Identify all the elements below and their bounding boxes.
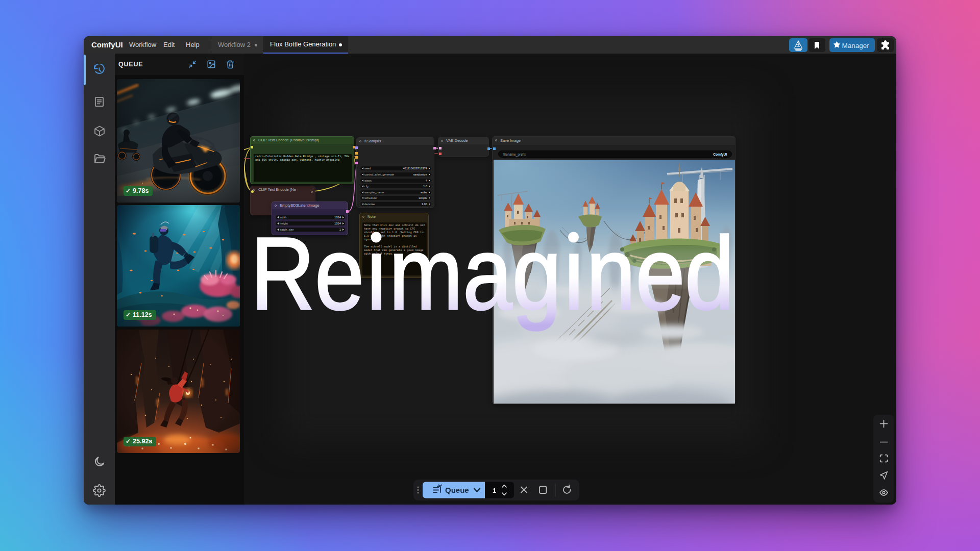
svg-text:Manager: Manager [842, 42, 870, 49]
svg-text:1: 1 [493, 487, 496, 494]
svg-text:Queue: Queue [445, 486, 469, 494]
svg-text:Reımagıned: Reımagıned [251, 215, 734, 331]
